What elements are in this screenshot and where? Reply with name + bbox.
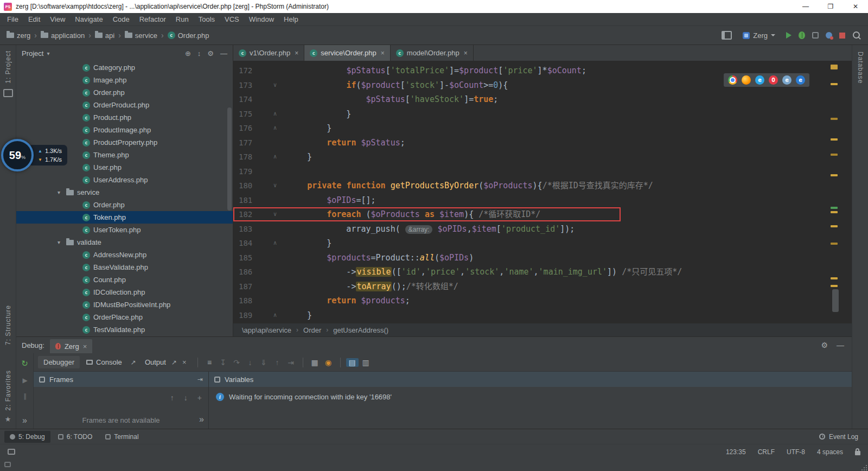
close-icon[interactable]: × (295, 49, 298, 57)
close-icon[interactable]: × (83, 342, 87, 351)
code-line-183[interactable]: 183 array_push( &array: $oPIDs,$item['pr… (233, 222, 852, 237)
toolwindow-switcher-icon[interactable] (8, 449, 15, 455)
close-button[interactable]: ✕ (843, 0, 868, 13)
internet-explorer-icon[interactable]: e (755, 75, 764, 85)
breadcrumb-item[interactable]: cOrder.php (168, 31, 209, 40)
tree-file-Order-php[interactable]: cOrder.php (16, 199, 233, 211)
show-console-arrow-icon[interactable]: ↗ (129, 359, 138, 366)
chevron-down-icon[interactable]: ▾ (58, 189, 63, 195)
search-everywhere-icon[interactable] (852, 31, 861, 40)
menu-navigate[interactable]: Navigate (70, 15, 107, 23)
editor-tab-model-Order-php[interactable]: cmodel\Order.php× (391, 45, 474, 61)
code-line-184[interactable]: 184∧ } (233, 236, 852, 251)
code-line-181[interactable]: 181 $oPIDs=[]; (233, 193, 852, 208)
tree-folder-validate[interactable]: ▾validate (16, 236, 233, 249)
code-line-180[interactable]: 180∨ private function getProductsByOrder… (233, 179, 852, 193)
code-line-176[interactable]: 176∧ } (233, 121, 852, 136)
hide-panel-icon[interactable]: — (837, 341, 844, 349)
toolwindow-toggle-icon[interactable] (722, 31, 732, 40)
tree-file-IDCollection-php[interactable]: cIDCollection.php (16, 286, 233, 298)
firefox-icon[interactable] (742, 75, 751, 85)
more-icon[interactable]: » (22, 416, 27, 425)
fold-up-icon[interactable]: ∧ (263, 107, 288, 122)
maximize-button[interactable]: ❐ (818, 0, 843, 13)
down-icon[interactable]: ↓ (184, 393, 188, 402)
tree-file-Product-php[interactable]: cProduct.php (16, 111, 233, 124)
close-icon[interactable]: × (464, 49, 468, 57)
up-icon[interactable]: ↑ (170, 393, 174, 402)
tree-folder-service[interactable]: ▾service (16, 186, 233, 199)
ie-tab-icon[interactable]: e (782, 75, 792, 85)
editor-tab-service-Order-php[interactable]: cservice\Order.php× (304, 45, 391, 61)
run-configuration-select[interactable]: Zerg (739, 30, 779, 41)
file-encoding[interactable]: UTF-8 (787, 448, 805, 456)
code-line-188[interactable]: 188 return $products; (233, 294, 852, 308)
step-into-icon[interactable]: ↓ (244, 358, 257, 367)
pause-icon[interactable]: ∥ (23, 392, 26, 400)
resume-icon[interactable]: ▶ (22, 377, 27, 384)
chevron-down-icon[interactable]: ▾ (58, 239, 63, 245)
tree-file-AddressNew-php[interactable]: cAddressNew.php (16, 249, 233, 261)
coverage-button[interactable] (812, 32, 819, 39)
code-line-179[interactable]: 179 (233, 164, 852, 179)
chrome-icon[interactable] (728, 75, 737, 85)
debug-session-tab[interactable]: Zerg × (50, 339, 92, 353)
stripe-favorites-button[interactable]: 2: Favorites (4, 370, 12, 411)
fold-up-icon[interactable]: ∧ (263, 121, 288, 136)
indent-setting[interactable]: 4 spaces (817, 448, 843, 456)
code-line-189[interactable]: 189∧ } (233, 308, 852, 323)
tree-file-Token-php[interactable]: cToken.php (16, 211, 233, 224)
tree-file-OrderProduct-php[interactable]: cOrderProduct.php (16, 99, 233, 111)
menu-window[interactable]: Window (244, 15, 279, 23)
resize-grip-icon[interactable] (864, 467, 865, 468)
tree-scrollbar[interactable] (227, 107, 232, 211)
menu-vcs[interactable]: VCS (220, 15, 244, 23)
breadcrumb-path[interactable]: \app\api\service (242, 326, 291, 334)
pin-icon[interactable]: ⇥ (197, 375, 203, 383)
code-line-178[interactable]: 178∧ } (233, 150, 852, 164)
run-button[interactable] (786, 32, 792, 39)
hide-panel-icon[interactable]: — (220, 49, 227, 58)
breadcrumb-item[interactable]: api (95, 31, 114, 40)
code-line-187[interactable]: 187 ->toArray();/*转化数组*/ (233, 279, 852, 294)
code-editor[interactable]: 172 $pStatus['totalPrice']=$product['pri… (233, 61, 852, 323)
tree-file-ProductImage-php[interactable]: cProductImage.php (16, 124, 233, 136)
menu-run[interactable]: Run (171, 15, 194, 23)
breadcrumb-item[interactable]: service (125, 31, 157, 40)
code-line-177[interactable]: 177 return $pStatus; (233, 136, 852, 150)
fold-down-icon[interactable]: ∨ (263, 78, 288, 93)
fold-down-icon[interactable]: ∨ (263, 207, 288, 222)
code-line-185[interactable]: 185 $products=Product::all($oPIDs) (233, 251, 852, 265)
code-line-182[interactable]: 182∨ foreach ($oProducts as $item){ /*循环… (233, 207, 852, 222)
close-icon[interactable]: × (182, 358, 187, 366)
menu-code[interactable]: Code (108, 15, 135, 23)
show-execution-point-icon[interactable]: ↧ (217, 358, 229, 367)
close-icon[interactable]: × (381, 49, 385, 57)
debug-button[interactable] (799, 31, 805, 39)
step-out-icon[interactable]: ↑ (271, 358, 284, 367)
more-icon[interactable]: » (199, 415, 204, 424)
project-tool-icon[interactable] (3, 89, 13, 97)
breadcrumb-item[interactable]: zerg (7, 31, 30, 40)
caret-position[interactable]: 123:35 (726, 448, 746, 456)
settings-icon[interactable]: ⚙ (207, 49, 214, 58)
tree-file-OrderPlace-php[interactable]: cOrderPlace.php (16, 311, 233, 323)
tree-file-Count-php[interactable]: cCount.php (16, 273, 233, 286)
rerun-icon[interactable]: ↻ (21, 359, 28, 368)
locate-icon[interactable]: ⊕ (185, 49, 191, 58)
fold-up-icon[interactable]: ∧ (263, 308, 288, 323)
minimize-button[interactable]: — (793, 0, 818, 13)
readonly-lock-icon[interactable] (855, 451, 860, 455)
tree-file-UserAddress-php[interactable]: cUserAddress.php (16, 174, 233, 186)
tree-file-Image-php[interactable]: cImage.php (16, 74, 233, 86)
tree-file-Order-php[interactable]: cOrder.php (16, 86, 233, 99)
layout-settings-icon[interactable]: ▤ (346, 358, 359, 367)
opera-icon[interactable]: O (769, 75, 778, 85)
stop-button[interactable] (839, 33, 845, 39)
fold-up-icon[interactable]: ∧ (263, 150, 288, 164)
tree-file-UserToken-php[interactable]: cUserToken.php (16, 224, 233, 236)
stripe-structure-button[interactable]: 7: Structure (4, 305, 12, 345)
tree-file-IDMustBePositiveInt-php[interactable]: cIDMustBePositiveInt.php (16, 298, 233, 311)
star-icon[interactable]: ★ (5, 415, 11, 423)
stripe-database-button[interactable]: Database (857, 52, 864, 84)
